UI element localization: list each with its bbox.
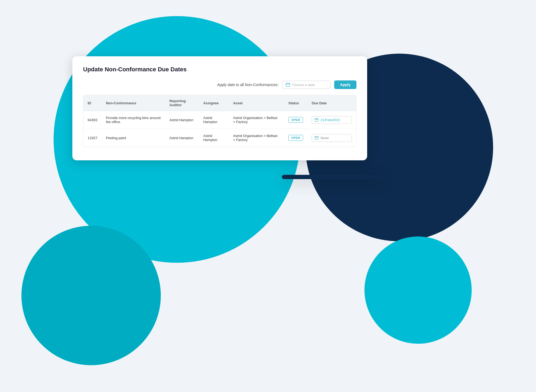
global-date-input[interactable]: Choose a date	[282, 81, 330, 89]
cell-due-date[interactable]: None	[307, 129, 356, 147]
cell-due-date[interactable]: 21/Feb/2021	[307, 111, 356, 129]
nc-table-wrapper: ID Non-Conformance Reporting Auditor Ass…	[83, 95, 356, 147]
cell-id: 11927	[83, 129, 102, 147]
col-nonconformance: Non-Conformance	[102, 95, 165, 111]
svg-rect-8	[315, 136, 318, 139]
apply-button[interactable]: Apply	[334, 80, 356, 89]
apply-bar-label: Apply date to all Non-Conformances:	[217, 83, 278, 87]
svg-rect-4	[315, 119, 318, 121]
nc-table: ID Non-Conformance Reporting Auditor Ass…	[83, 95, 356, 147]
modal-title: Update Non-Conformance Due Dates	[83, 66, 356, 73]
table-row: 64393 Provide more recycling bins around…	[83, 111, 356, 129]
col-asset: Asset	[229, 95, 284, 111]
cell-assignee: Astrid Hampton	[199, 129, 229, 147]
table-header-row: ID Non-Conformance Reporting Auditor Ass…	[83, 95, 356, 111]
due-date-input[interactable]: 21/Feb/2021	[312, 116, 352, 124]
col-reporting-auditor: Reporting Auditor	[165, 95, 199, 111]
due-date-value: 21/Feb/2021	[321, 118, 340, 122]
col-assignee: Assignee	[199, 95, 229, 111]
global-calendar-icon	[286, 83, 290, 87]
cell-id: 64393	[83, 111, 102, 129]
due-date-value: None	[321, 136, 329, 140]
apply-bar: Apply date to all Non-Conformances: Choo…	[83, 80, 356, 89]
svg-rect-0	[286, 83, 290, 87]
cell-auditor: Astrid Hampton	[165, 111, 199, 129]
cell-auditor: Astrid Hampton	[165, 129, 199, 147]
due-date-calendar-icon	[315, 118, 318, 122]
cell-asset: Astrid Organisation > Belfast > Factory	[229, 111, 284, 129]
cell-status: OPEN	[284, 111, 307, 129]
status-badge: OPEN	[288, 117, 303, 123]
calendar-outer: ◄ October 2022 ► SuMoTuWeThFrSa 12345678…	[282, 175, 383, 179]
col-due-date: Due Date	[307, 95, 356, 111]
due-date-calendar-icon	[315, 136, 318, 140]
cell-assignee: Astrid Hampton	[199, 111, 229, 129]
due-date-input[interactable]: None	[312, 134, 352, 142]
cell-asset: Astrid Organisation > Belfast > Factory	[229, 129, 284, 147]
main-modal: Update Non-Conformance Due Dates Apply d…	[72, 56, 367, 160]
global-date-placeholder: Choose a date	[292, 83, 315, 87]
blob-teal-small	[21, 226, 161, 365]
blob-teal-right	[364, 236, 472, 344]
cell-nc: Peeling paint	[102, 129, 165, 147]
cell-nc: Provide more recycling bins around the o…	[102, 111, 165, 129]
cell-status: OPEN	[284, 129, 307, 147]
col-status: Status	[284, 95, 307, 111]
table-row: 11927 Peeling paint Astrid Hampton Astri…	[83, 129, 356, 147]
col-id: ID	[83, 95, 102, 111]
status-badge: OPEN	[288, 135, 303, 141]
